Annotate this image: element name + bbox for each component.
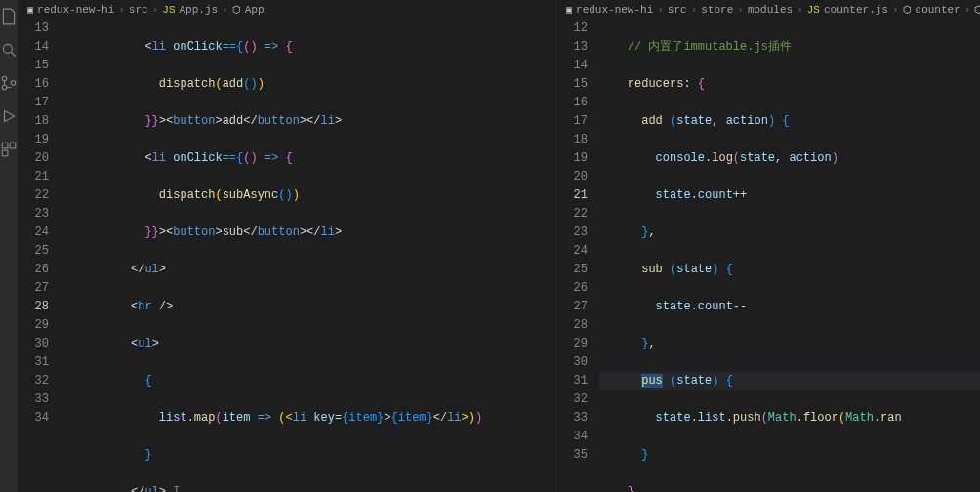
bc-project[interactable]: redux-new-hi xyxy=(37,4,114,16)
svg-point-3 xyxy=(11,81,16,86)
js-icon: JS xyxy=(807,4,820,16)
bc-folder[interactable]: src xyxy=(129,4,148,16)
text-cursor-icon: I xyxy=(173,483,180,492)
line-gutter: 1213141516171819202122232425262728293031… xyxy=(556,20,599,492)
chevron-right-icon: › xyxy=(796,4,803,16)
extensions-icon[interactable] xyxy=(0,141,18,158)
svg-point-1 xyxy=(2,76,7,81)
svg-rect-5 xyxy=(10,143,16,148)
chevron-right-icon: › xyxy=(152,4,159,16)
line-gutter: 1314151617181920212223242526272829303132… xyxy=(18,20,61,492)
bc-file[interactable]: App.js xyxy=(179,4,218,16)
minimap[interactable] xyxy=(532,20,555,492)
js-icon: JS xyxy=(162,4,175,16)
code-content[interactable]: // 内置了immutable.js插件 reducers: { add (st… xyxy=(599,20,980,492)
bc-folder[interactable]: modules xyxy=(748,4,793,16)
chevron-right-icon: › xyxy=(892,4,899,16)
bc-symbol[interactable]: App xyxy=(245,4,265,16)
code-editor-left[interactable]: 1314151617181920212223242526272829303132… xyxy=(18,20,555,492)
breadcrumb-left[interactable]: ▣ redux-new-hi › src › JS App.js › ⬡ App xyxy=(18,0,555,20)
bc-folder[interactable]: store xyxy=(701,4,733,16)
files-icon[interactable] xyxy=(0,8,18,25)
chevron-right-icon: › xyxy=(737,4,744,16)
bc-symbol[interactable]: counter xyxy=(916,4,960,16)
folder-icon: ▣ xyxy=(566,4,572,16)
svg-point-0 xyxy=(3,44,12,53)
search-icon[interactable] xyxy=(0,41,18,59)
chevron-right-icon: › xyxy=(222,4,228,16)
chevron-right-icon: › xyxy=(657,4,664,16)
svg-point-2 xyxy=(2,85,7,90)
bc-file[interactable]: counter.js xyxy=(824,4,888,16)
chevron-right-icon: › xyxy=(691,4,698,16)
bc-project[interactable]: redux-new-hi xyxy=(576,4,653,16)
editor-pane-left: ▣ redux-new-hi › src › JS App.js › ⬡ App… xyxy=(18,0,556,492)
editor-pane-right: ▣ redux-new-hi › src › store › modules ›… xyxy=(556,0,980,492)
source-control-icon[interactable] xyxy=(0,74,18,92)
svg-rect-6 xyxy=(2,150,8,156)
symbol-icon: ⬡ xyxy=(232,4,241,16)
breadcrumb-right[interactable]: ▣ redux-new-hi › src › store › modules ›… xyxy=(556,0,980,20)
folder-icon: ▣ xyxy=(27,4,33,16)
debug-icon[interactable] xyxy=(0,107,18,125)
chevron-right-icon: › xyxy=(118,4,125,16)
bc-folder[interactable]: src xyxy=(668,4,687,16)
symbol-icon: ⬡ xyxy=(903,4,912,16)
code-editor-right[interactable]: 1213141516171819202122232425262728293031… xyxy=(556,20,980,492)
svg-rect-4 xyxy=(2,143,8,148)
symbol-icon: ⬡ xyxy=(974,4,980,16)
chevron-right-icon: › xyxy=(964,4,971,16)
code-content[interactable]: <li onClick=={() => { dispatch(add()) }}… xyxy=(61,20,555,492)
activity-bar xyxy=(0,0,18,492)
